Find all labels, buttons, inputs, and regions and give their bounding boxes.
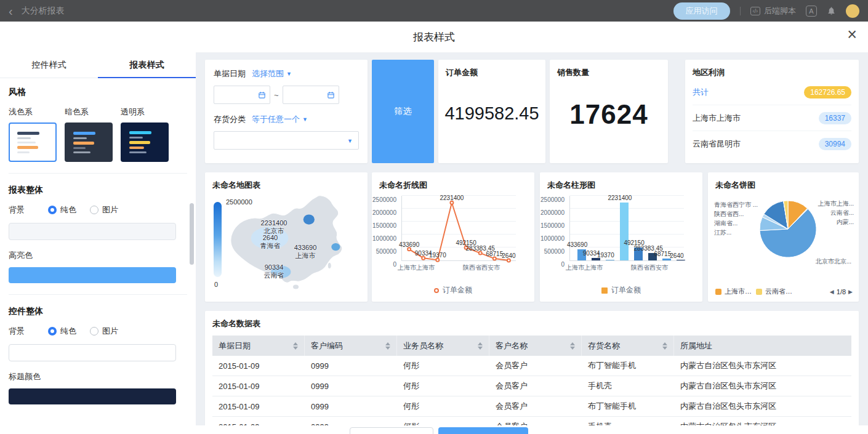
style-option-label: 暗色系 (65, 106, 113, 118)
category-operator-dropdown[interactable]: 等于任意一个 ▼ (252, 114, 308, 125)
style-thumb-transparent[interactable] (121, 123, 169, 162)
style-option-label: 浅色系 (9, 106, 57, 118)
table-row[interactable]: 2015-01-090999何彤会员客户布丁智能手机内蒙古自治区包头市东河区 (212, 396, 851, 417)
table-cell: 0999 (305, 402, 397, 411)
highlight-color-label: 高亮色 (9, 250, 187, 261)
table-cell: 0999 (305, 382, 397, 391)
table-cell: 内蒙古自治区包头市东河区 (674, 380, 851, 392)
table-cell: 会员客户 (489, 401, 582, 412)
region-row-badge: 162726.65 (804, 86, 851, 98)
table-cell: 布丁智能手机 (582, 360, 674, 371)
date-to-input[interactable] (283, 86, 339, 104)
sort-icon[interactable] (385, 342, 390, 350)
topbar-actions: 应用访问 ‹/› 后端脚本 A (673, 2, 860, 20)
page-title: 大分析报表 (22, 6, 65, 17)
tab-report-style[interactable]: 报表样式 (98, 52, 196, 78)
title-color-swatch[interactable] (9, 388, 176, 404)
report-bg-image-radio[interactable]: 图片 (90, 204, 118, 215)
close-icon[interactable]: × (847, 26, 857, 43)
bar-chart[interactable]: 05000001000000150000020000002500000 4336… (540, 193, 702, 283)
pager-next-icon[interactable]: ▶ (848, 289, 853, 295)
app-access-button[interactable]: 应用访问 (673, 2, 730, 20)
widget-section-title: 控件整体 (9, 306, 187, 317)
data-label: 2640 (502, 252, 515, 259)
sales-qty-title: 销售数量 (550, 60, 668, 78)
sales-qty-value: 17624 (550, 99, 668, 130)
cancel-button[interactable] (350, 427, 433, 434)
order-amount-title: 订单金额 (438, 60, 545, 78)
line-legend[interactable]: 订单金额 (372, 285, 534, 295)
modal-header: 报表样式 × (0, 22, 868, 52)
order-amount-card: 订单金额 4199582.45 (438, 60, 545, 163)
column-header: 所属地址 (674, 336, 851, 356)
style-thumb-dark[interactable] (65, 123, 113, 162)
column-header[interactable]: 业务员名称 (397, 336, 489, 356)
table-cell: 内蒙古自治区包头市东河区 (674, 401, 851, 412)
report-bg-solid-radio[interactable]: 纯色 (48, 204, 76, 215)
line-chart[interactable]: 05000001000000150000020000002500000 4336… (372, 193, 534, 283)
china-map[interactable] (226, 192, 360, 291)
date-filter-label: 单据日期 (214, 68, 246, 79)
radio-dot-icon (90, 206, 98, 214)
legend-label[interactable]: 上海市上海市 (725, 287, 753, 296)
legend-pager: ◀ 1/8 ▶ (830, 288, 853, 295)
widget-bg-image-radio[interactable]: 图片 (90, 326, 118, 337)
map-chart-title: 未命名地图表 (205, 172, 368, 191)
sort-icon[interactable] (478, 342, 483, 350)
avatar[interactable] (846, 4, 859, 18)
pie-callout-bottom: 北京市北京... (816, 257, 851, 266)
table-cell: 何彤 (397, 401, 489, 412)
legend-label[interactable]: 云南省昆明市 (765, 287, 794, 296)
legend-square-icon (756, 289, 762, 295)
bar-legend[interactable]: 订单金额 (540, 285, 702, 295)
pie-callout: 湖南省... (714, 219, 737, 228)
category-operator-value: 等于任意一个 (252, 114, 300, 125)
column-header[interactable]: 单据日期 (212, 336, 305, 356)
region-row-label: 云南省昆明市 (693, 139, 741, 150)
table-row[interactable]: 2015-01-090999何彤会员客户手机壳内蒙古自治区包头市东河区 (212, 376, 851, 396)
topbar: ‹ 大分析报表 应用访问 ‹/› 后端脚本 A (0, 0, 868, 22)
sidebar-scrollbar[interactable] (190, 203, 194, 265)
bar-chart-title: 未命名柱形图 (540, 172, 702, 191)
filter-button[interactable]: 筛选 (372, 60, 434, 163)
date-operator-dropdown[interactable]: 选择范围 ▼ (252, 68, 292, 79)
highlight-color-swatch[interactable] (9, 267, 176, 283)
legend-ring-icon (434, 288, 439, 293)
data-label: 2231400 (440, 195, 464, 201)
date-from-input[interactable] (214, 86, 270, 104)
category-select[interactable]: ▼ (214, 131, 359, 150)
sort-icon[interactable] (662, 342, 667, 350)
sort-icon[interactable] (293, 342, 298, 350)
pie-callout: 内蒙... (837, 218, 854, 227)
bar (620, 203, 629, 260)
style-section-title: 风格 (9, 87, 187, 98)
back-icon[interactable]: ‹ (9, 5, 13, 17)
report-bg-input[interactable] (9, 223, 176, 240)
sort-icon[interactable] (570, 342, 575, 350)
table-cell: 手机壳 (582, 380, 674, 392)
tab-widget-style[interactable]: 控件样式 (0, 52, 98, 78)
column-header[interactable]: 存货名称 (582, 336, 674, 356)
pie-callout: 云南省... (830, 209, 854, 217)
column-header[interactable]: 客户名称 (489, 336, 582, 356)
report-section-title: 报表整体 (9, 185, 187, 196)
translate-icon[interactable]: A (806, 6, 817, 17)
calendar-icon (258, 91, 266, 99)
pie-chart[interactable]: 青海省西宁市 ...陕西省西...湖南省...江苏... 上海市上海...云南省… (708, 192, 859, 271)
bell-icon[interactable] (827, 6, 836, 15)
confirm-button[interactable] (438, 427, 528, 434)
table-row[interactable]: 2015-01-090999何彤会员客户布丁智能手机内蒙古自治区包头市东河区 (212, 356, 851, 376)
table-cell: 何彤 (397, 360, 489, 371)
legend-label: 订单金额 (443, 285, 472, 295)
widget-bg-input[interactable] (9, 344, 176, 361)
column-header[interactable]: 客户编码 (305, 336, 397, 356)
style-thumb-light[interactable] (9, 123, 57, 162)
table-cell: 2015-01-09 (212, 382, 305, 391)
widget-bg-solid-radio[interactable]: 纯色 (48, 326, 76, 337)
modal-title: 报表样式 (413, 30, 455, 44)
line-y-axis: 05000001000000150000020000002500000 (372, 196, 399, 261)
line-plot: 43369090334193702231400492150283383.4568… (401, 196, 516, 261)
backend-script-button[interactable]: ‹/› 后端脚本 (750, 6, 797, 17)
pager-prev-icon[interactable]: ◀ (830, 289, 834, 295)
table-cell: 何彤 (397, 380, 489, 392)
